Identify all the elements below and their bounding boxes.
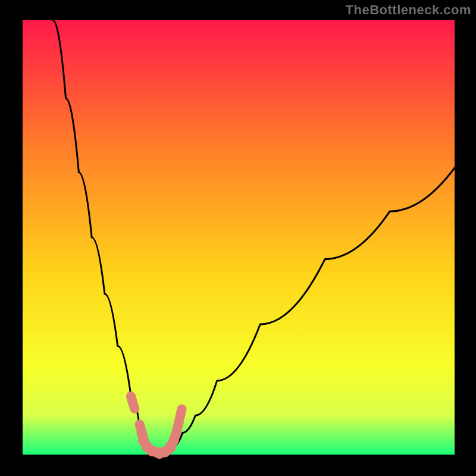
chart-stage: TheBottleneck.com [0, 0, 476, 476]
chart-svg [0, 0, 476, 476]
plot-area [23, 20, 455, 455]
marker-dot [131, 396, 134, 409]
marker-dot [179, 409, 182, 422]
attribution-label: TheBottleneck.com [346, 2, 471, 18]
